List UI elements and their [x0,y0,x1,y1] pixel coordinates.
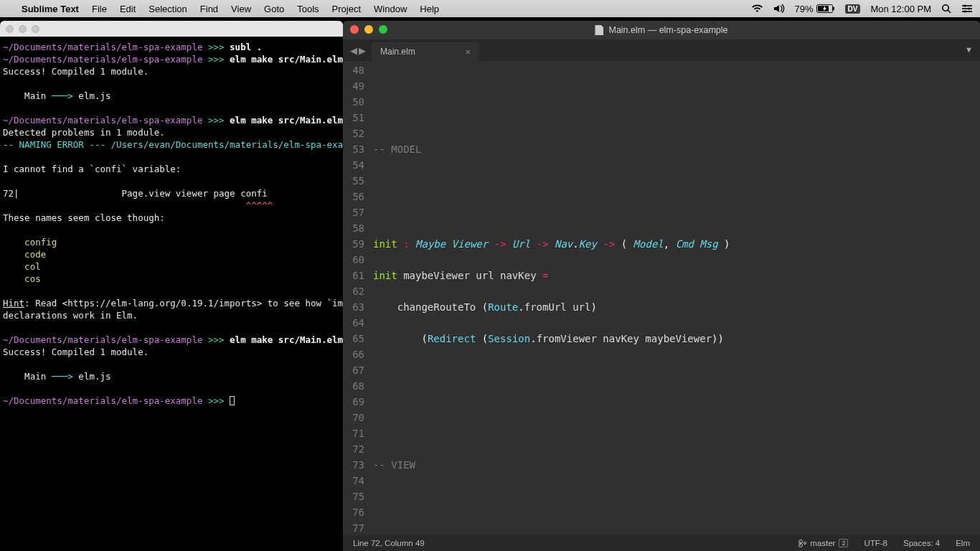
encoding[interactable]: UTF-8 [864,539,887,547]
menu-tools[interactable]: Tools [297,4,319,14]
tab-overflow-icon[interactable]: ▼ [965,45,973,54]
cursor-position[interactable]: Line 72, Column 49 [353,539,425,547]
line-gutter: 48 49 50 51 52 53 54 55 56 57 58 59 60 6… [343,61,370,535]
menu-project[interactable]: Project [332,4,361,14]
terminal-body[interactable]: ~/Documents/materials/elm-spa-example >>… [0,37,343,411]
status-bar: Line 72, Column 49 master 2 UTF-8 Spaces… [343,535,980,551]
nav-forward-icon[interactable]: ▶ [359,45,366,56]
svg-point-10 [963,10,966,12]
menu-window[interactable]: Window [374,4,407,14]
macos-menubar: Sublime Text File Edit Selection Find Vi… [0,0,980,17]
menu-help[interactable]: Help [420,4,439,14]
traffic-minimize-icon[interactable] [364,25,373,34]
menu-extra-badge[interactable]: DV [845,4,861,14]
menu-goto[interactable]: Goto [264,4,284,14]
indent[interactable]: Spaces: 4 [903,539,940,547]
control-center-icon[interactable] [961,4,973,13]
battery-percent: 79% [795,4,814,14]
volume-icon[interactable] [773,4,785,13]
svg-point-3 [943,5,948,11]
traffic-close-icon[interactable] [6,25,14,33]
svg-point-9 [968,7,970,9]
code-area[interactable]: 48 49 50 51 52 53 54 55 56 57 58 59 60 6… [343,61,980,535]
terminal-titlebar[interactable] [0,21,343,37]
tab-bar: ◀ ▶ Main.elm × ▼ [343,39,980,61]
tab-close-icon[interactable]: × [465,47,471,57]
active-app-name[interactable]: Sublime Text [22,4,79,14]
menu-file[interactable]: File [92,4,107,14]
svg-line-4 [948,10,951,13]
desktop: ~/Documents/materials/elm-spa-example >>… [0,17,980,551]
window-title: Main.elm — elm-spa-example [608,25,727,35]
svg-rect-1 [833,7,834,11]
document-icon [595,25,603,35]
traffic-close-icon[interactable] [350,25,359,34]
code-content[interactable]: -- MODEL init : Maybe Viewer -> Url -> N… [370,61,980,535]
tab-main-elm[interactable]: Main.elm × [372,42,479,61]
svg-rect-2 [818,6,829,11]
svg-point-8 [963,4,966,6]
syntax-mode[interactable]: Elm [956,539,970,547]
menu-selection[interactable]: Selection [149,4,187,14]
nav-back-icon[interactable]: ◀ [350,45,357,56]
editor-titlebar[interactable]: Main.elm — elm-spa-example [343,21,980,39]
wifi-icon[interactable] [751,4,763,13]
traffic-zoom-icon[interactable] [32,25,39,33]
spotlight-icon[interactable] [941,4,951,14]
menu-view[interactable]: View [231,4,251,14]
menu-find[interactable]: Find [200,4,218,14]
traffic-zoom-icon[interactable] [379,25,387,34]
terminal-cursor [230,396,235,405]
editor-window: Main.elm — elm-spa-example ◀ ▶ Main.elm … [343,21,980,551]
git-branch-icon [798,540,806,547]
git-branch[interactable]: master 2 [798,539,848,547]
tab-label: Main.elm [380,47,415,57]
menu-edit[interactable]: Edit [120,4,136,14]
battery-status[interactable]: 79% [795,4,835,14]
clock[interactable]: Mon 12:00 PM [870,4,931,14]
terminal-window: ~/Documents/materials/elm-spa-example >>… [0,21,343,551]
traffic-minimize-icon[interactable] [19,25,27,33]
